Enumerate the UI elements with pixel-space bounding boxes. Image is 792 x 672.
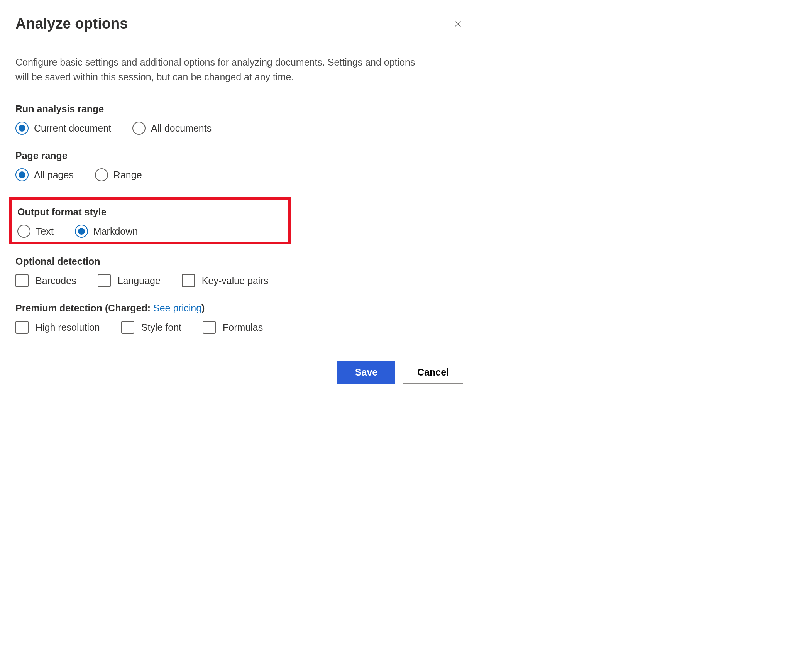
checkbox-label: Language	[118, 275, 161, 286]
premium-detection-options: High resolution Style font Formulas	[15, 321, 463, 334]
checkbox-indicator	[182, 274, 195, 287]
radio-indicator	[17, 225, 30, 238]
close-button[interactable]	[452, 19, 463, 29]
radio-current-document[interactable]: Current document	[15, 122, 111, 135]
page-range-title: Page range	[15, 150, 463, 161]
analysis-range-options: Current document All documents	[15, 122, 463, 135]
radio-indicator	[75, 225, 88, 238]
radio-label: All documents	[151, 123, 212, 134]
optional-detection-title: Optional detection	[15, 256, 463, 267]
checkbox-barcodes[interactable]: Barcodes	[15, 274, 76, 287]
premium-detection-title: Premium detection (Charged: See pricing)	[15, 303, 463, 314]
checkbox-label: Formulas	[223, 322, 263, 333]
radio-indicator	[15, 168, 29, 181]
checkbox-high-resolution[interactable]: High resolution	[15, 321, 100, 334]
dialog-buttons: Save Cancel	[15, 361, 463, 384]
radio-indicator	[15, 122, 29, 135]
checkbox-indicator	[98, 274, 111, 287]
premium-title-prefix: Premium detection (Charged:	[15, 303, 153, 313]
radio-indicator	[95, 168, 108, 181]
optional-detection-options: Barcodes Language Key-value pairs	[15, 274, 463, 287]
premium-title-suffix: )	[201, 303, 205, 313]
radio-markdown[interactable]: Markdown	[75, 225, 138, 238]
checkbox-label: Style font	[141, 322, 181, 333]
radio-label: Markdown	[93, 226, 138, 237]
radio-range[interactable]: Range	[95, 168, 142, 181]
page-range-options: All pages Range	[15, 168, 463, 181]
checkbox-formulas[interactable]: Formulas	[203, 321, 263, 334]
checkbox-indicator	[15, 274, 29, 287]
dialog-title: Analyze options	[15, 15, 128, 32]
analyze-options-dialog: Analyze options Configure basic settings…	[15, 15, 463, 384]
radio-label: All pages	[34, 169, 74, 181]
close-icon	[454, 20, 462, 28]
radio-text[interactable]: Text	[17, 225, 54, 238]
radio-indicator	[132, 122, 146, 135]
checkbox-key-value-pairs[interactable]: Key-value pairs	[182, 274, 268, 287]
optional-detection-section: Optional detection Barcodes Language Key…	[15, 256, 463, 287]
dialog-description: Configure basic settings and additional …	[15, 55, 417, 84]
radio-label: Range	[113, 169, 142, 181]
output-format-title: Output format style	[17, 207, 283, 218]
radio-label: Current document	[34, 123, 111, 134]
output-format-options: Text Markdown	[17, 225, 283, 238]
checkbox-style-font[interactable]: Style font	[121, 321, 181, 334]
checkbox-label: High resolution	[36, 322, 100, 333]
page-range-section: Page range All pages Range	[15, 150, 463, 181]
analysis-range-title: Run analysis range	[15, 103, 463, 115]
checkbox-indicator	[121, 321, 134, 334]
checkbox-indicator	[203, 321, 216, 334]
radio-label: Text	[36, 226, 54, 237]
save-button[interactable]: Save	[337, 361, 395, 384]
radio-all-documents[interactable]: All documents	[132, 122, 212, 135]
analysis-range-section: Run analysis range Current document All …	[15, 103, 463, 135]
see-pricing-link[interactable]: See pricing	[153, 303, 201, 313]
checkbox-label: Barcodes	[36, 275, 76, 286]
premium-detection-section: Premium detection (Charged: See pricing)…	[15, 303, 463, 334]
output-format-section: Output format style Text Markdown	[17, 207, 283, 238]
checkbox-label: Key-value pairs	[202, 275, 268, 286]
checkbox-language[interactable]: Language	[98, 274, 161, 287]
cancel-button[interactable]: Cancel	[403, 361, 463, 384]
radio-all-pages[interactable]: All pages	[15, 168, 74, 181]
output-format-highlight: Output format style Text Markdown	[9, 197, 291, 244]
dialog-header: Analyze options	[15, 15, 463, 32]
checkbox-indicator	[15, 321, 29, 334]
